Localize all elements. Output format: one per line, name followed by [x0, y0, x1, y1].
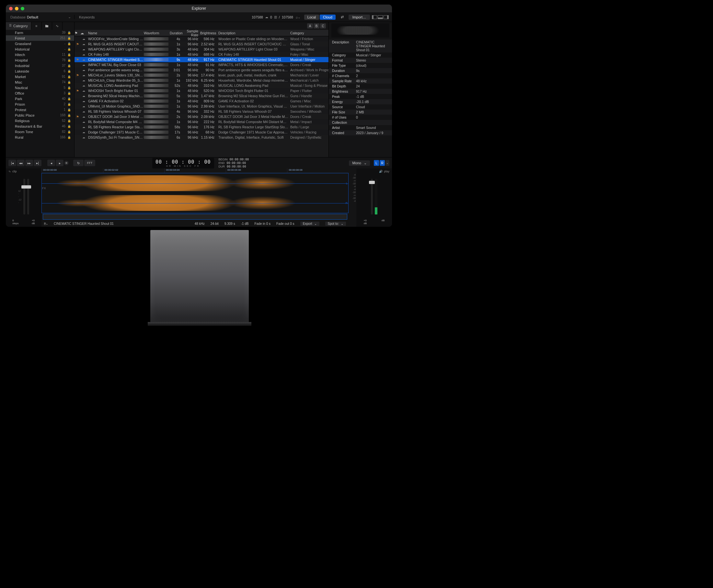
category-row[interactable]: Park40🔒 — [6, 96, 74, 101]
category-row[interactable]: Hitech11🔒 — [6, 52, 74, 57]
table-row[interactable]: ☁RL SB Fighters Reactor Large StartStop … — [75, 124, 329, 130]
pitch-fader[interactable] — [23, 179, 25, 214]
left-channel-button[interactable]: L — [374, 160, 379, 166]
col-flag-icon[interactable]: ⚑ — [75, 31, 80, 35]
table-row[interactable]: ☁CK Foley 1481s48 kHz688 HzCK Foley 148F… — [75, 52, 329, 57]
rewind-button[interactable]: ◂◂ — [17, 160, 25, 166]
col-brightness[interactable]: Brightness — [200, 31, 216, 35]
table-row[interactable]: ☁Port ambience gentle waves seagulls fli… — [75, 67, 329, 72]
skip-start-button[interactable]: |◂ — [8, 160, 16, 166]
category-row[interactable]: Lakeside6🔒 — [6, 68, 74, 74]
category-row[interactable]: Office3🔒 — [6, 90, 74, 96]
tag-icon[interactable]: ⎘▾ — [44, 222, 48, 226]
record-button[interactable] — [64, 161, 69, 165]
col-cloud-icon[interactable]: ☁ — [80, 31, 87, 35]
category-row[interactable]: Farm39🔒 — [6, 30, 74, 35]
table-row[interactable]: ☁MECHLtch_Clasp Wardrobe 05_SNDBTS_A1s19… — [75, 78, 329, 83]
col-name[interactable]: Name — [87, 31, 144, 35]
table-row[interactable]: ☁IMPACT METAL Big Door Close 031s48 kHz9… — [75, 62, 329, 67]
abc-a-button[interactable]: A — [307, 23, 313, 28]
reverse-play-button[interactable]: ◂ — [47, 160, 55, 166]
category-list[interactable]: Farm39🔒Forest251🔒Grassland-🔒Historical-🔒… — [6, 30, 74, 157]
lr-buttons: L R ⌄ — [374, 160, 390, 166]
table-row[interactable]: ⚑☁OBJECT DOOR Jail Door 3 Metal Handle M… — [75, 114, 329, 119]
shuffle-icon[interactable]: ⇄ — [338, 15, 347, 19]
table-row[interactable]: ⚑☁MECHLvr_Levers Sliders 130_SNDBTS_BS.2… — [75, 72, 329, 78]
waveform-view[interactable]: 00:00:00:0000:00:02:0200:00:04:0400:00:0… — [41, 168, 349, 227]
table-row[interactable]: ☁WEAPONS ARTILLERY Light Close 033s48 kH… — [75, 47, 329, 52]
play-gain-fader[interactable] — [371, 179, 373, 214]
category-row[interactable]: Forest251🔒 — [6, 35, 74, 41]
col-samplerate[interactable]: Sample Rate — [182, 29, 200, 37]
flag-icon[interactable]: ⚑ — [75, 58, 80, 62]
play-button[interactable]: ▸ — [56, 160, 63, 166]
waveform-channels[interactable]: L R — [41, 173, 349, 213]
tab-waveform[interactable]: ∿ — [52, 22, 63, 30]
table-row[interactable]: ☁RL Bodyfall Metal Composite M4 Distant … — [75, 119, 329, 124]
table-row[interactable]: ☁Dodge Challenger 1971 Muscle Car Appro1… — [75, 130, 329, 135]
import-button[interactable]: Import… — [349, 15, 370, 20]
meta-key: # of Uses — [332, 115, 356, 119]
flag-icon[interactable]: ⚑ — [75, 89, 80, 93]
results-rows[interactable]: ☁WOODFric_WoodenCrate Sliding on Parque4… — [75, 36, 329, 157]
tab-list[interactable]: ≡ — [32, 22, 42, 30]
table-row[interactable]: ☁DSGNSynth_Sci Fi Transition_SNDBTS_JFS6… — [75, 135, 329, 140]
loop-button[interactable]: ↻ — [73, 160, 84, 166]
local-toggle[interactable]: Local — [304, 15, 319, 20]
waveform-minimap[interactable] — [43, 214, 347, 219]
category-row[interactable]: Public Place168🔒 — [6, 112, 74, 118]
category-row[interactable]: Grassland-🔒 — [6, 41, 74, 46]
abc-b-button[interactable]: B — [314, 23, 319, 28]
category-row[interactable]: Hospital78🔒 — [6, 57, 74, 63]
flag-icon[interactable]: ⚑ — [75, 115, 80, 119]
database-selector[interactable]: Database Default ⌄ — [6, 15, 75, 19]
fastfwd-button[interactable]: ▸▸ — [25, 160, 33, 166]
category-row[interactable]: Religious52🔒 — [6, 118, 74, 123]
skip-end-button[interactable]: ▸| — [34, 160, 41, 166]
category-row[interactable]: Nautical5🔒 — [6, 85, 74, 90]
search-icon[interactable]: ⌕▾ — [296, 15, 302, 19]
category-row[interactable]: Misc74🔒 — [6, 79, 74, 85]
table-row[interactable]: ☁WOODFric_WoodenCrate Sliding on Parque4… — [75, 36, 329, 41]
category-row[interactable]: Room Tone82🔒 — [6, 129, 74, 134]
category-row[interactable]: Industrial37🔒 — [6, 63, 74, 68]
metadata-row: ArtistSmart Sound — [329, 125, 392, 130]
table-row[interactable]: ⚑☁WHOOSH Torch Bright Flutter 011s48 kHz… — [75, 88, 329, 93]
category-row[interactable]: Market91🔒 — [6, 74, 74, 79]
category-row[interactable]: Restaurant & Bar46🔒 — [6, 123, 74, 129]
spot-to-dropdown[interactable]: Spot to:⌄ — [325, 222, 346, 226]
clip-gain-fader[interactable] — [27, 179, 29, 214]
layout-left-panel-button[interactable] — [372, 15, 377, 19]
category-row[interactable]: Rural166🔒 — [6, 134, 74, 140]
col-waveform[interactable]: Waveform — [144, 31, 170, 35]
col-description[interactable]: Description — [216, 31, 288, 35]
metadata-row: Energy-20.1 dB — [329, 99, 392, 104]
table-row[interactable]: ⚑☁CINEMATIC STINGER Haunted Shout 019s48… — [75, 57, 329, 62]
category-row[interactable]: Protest1🔒 — [6, 107, 74, 112]
cloud-toggle[interactable]: Cloud — [320, 15, 336, 20]
keywords-field[interactable]: Keywords — [79, 15, 252, 19]
tab-folder[interactable] — [42, 22, 52, 30]
lr-more-button[interactable]: ⌄ — [385, 160, 390, 166]
layout-right-panel-button[interactable] — [383, 15, 389, 19]
table-row[interactable]: ☁Browning M2 50cal Heavy Machine Gun Fi5… — [75, 93, 329, 99]
tab-category[interactable]: ⠿ Category — [6, 22, 32, 30]
category-row[interactable]: Historical-🔒 — [6, 46, 74, 52]
export-dropdown[interactable]: Export⌄ — [300, 222, 319, 226]
category-row[interactable]: Prison2🔒 — [6, 101, 74, 107]
table-row[interactable]: ☁UIMvmt_UI Motion Graphics_SNDBTS_CSF1s9… — [75, 104, 329, 109]
table-row[interactable]: ☁RL SB Fighters Various Whoosh 074s96 kH… — [75, 109, 329, 114]
col-duration[interactable]: Duration — [170, 31, 182, 35]
channel-mode-select[interactable]: Mono⌄ — [349, 160, 370, 166]
table-row[interactable]: ⚑☁RL WoS GLASS INSERT CAOUTCHOUC PL1s96 … — [75, 41, 329, 47]
table-row[interactable]: ☁GAME FX Activation 021s48 kHz809 HzGAME… — [75, 99, 329, 104]
layout-bottom-panel-button[interactable] — [378, 15, 383, 19]
time-ruler[interactable]: 00:00:00:0000:00:02:0200:00:04:0400:00:0… — [41, 168, 349, 173]
flag-icon[interactable]: ⚑ — [75, 74, 80, 77]
flag-icon[interactable]: ⚑ — [75, 42, 80, 46]
abc-c-button[interactable]: C — [320, 23, 326, 28]
col-category[interactable]: Category — [288, 31, 329, 35]
right-channel-button[interactable]: R — [380, 160, 385, 166]
fft-button[interactable]: FFT — [84, 160, 95, 166]
table-row[interactable]: ☁MUSICAL LONG Awakening Pad52s48 kHz310 … — [75, 83, 329, 88]
